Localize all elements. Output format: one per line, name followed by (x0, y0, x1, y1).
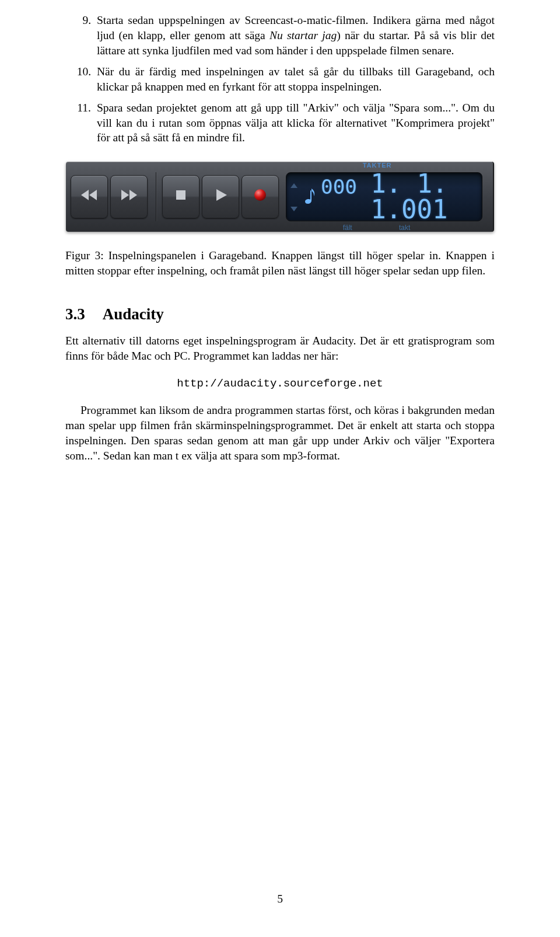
download-url: http://audacity.sourceforge.net (65, 377, 495, 391)
record-icon (251, 186, 269, 208)
music-note-icon (303, 175, 316, 218)
list-item: 11. Spara sedan projektet genom att gå u… (65, 100, 495, 146)
paragraph: Programmet kan liksom de andra programme… (65, 403, 495, 464)
stop-icon (172, 186, 190, 208)
svg-marker-1 (81, 190, 89, 200)
list-text: Spara sedan projektet genom att gå upp t… (97, 100, 495, 146)
svg-marker-2 (121, 190, 129, 200)
subsection-number: 3.3 (65, 304, 85, 325)
figure-garageband-panel: TAKTER 000 1. 1. 1.001 fält takt (65, 162, 495, 232)
ordered-list: 9. Starta sedan uppspelningen av Screenc… (65, 13, 495, 145)
transport-panel: TAKTER 000 1. 1. 1.001 fält takt (66, 162, 494, 232)
lcd-display: TAKTER 000 1. 1. 1.001 fält takt (286, 172, 482, 221)
lcd-footer: fält takt (321, 224, 476, 233)
figure-caption: Figur 3: Inspelningspanelen i Garageband… (65, 248, 495, 278)
lcd-footer-right: takt (374, 224, 435, 233)
paragraph: Ett alternativ till datorns eget inspeln… (65, 333, 495, 364)
chevron-up-icon (290, 177, 298, 193)
list-item: 9. Starta sedan uppspelningen av Screenc… (65, 13, 495, 58)
transport-buttons (66, 162, 281, 232)
rewind-icon (80, 186, 98, 208)
lcd-footer-left: fält (321, 224, 374, 233)
button-separator (156, 172, 156, 221)
rewind-button[interactable] (71, 175, 108, 218)
lcd-content: TAKTER 000 1. 1. 1.001 fält takt (303, 175, 476, 218)
list-text: Starta sedan uppspelningen av Screencast… (97, 13, 495, 58)
lcd-main-counter: 1. 1. 1.001 (370, 171, 476, 222)
stop-button[interactable] (162, 175, 200, 218)
lcd-field-counter: 000 (321, 176, 357, 196)
svg-marker-7 (290, 183, 298, 188)
list-number: 9. (65, 13, 97, 58)
lcd-spinners[interactable] (289, 175, 300, 218)
subsection-heading: 3.3 Audacity (65, 304, 495, 325)
svg-marker-8 (290, 207, 298, 211)
play-button[interactable] (202, 175, 239, 218)
list-number: 11. (65, 100, 97, 146)
lcd-readout: TAKTER 000 1. 1. 1.001 fält takt (321, 175, 476, 218)
list-number: 10. (65, 64, 97, 95)
play-icon (212, 186, 229, 208)
record-button[interactable] (242, 175, 279, 218)
list-text: När du är färdig med inspelningen av tal… (97, 64, 495, 95)
list-item: 10. När du är färdig med inspelningen av… (65, 64, 495, 95)
svg-marker-5 (216, 189, 227, 201)
subsection-title: Audacity (103, 304, 164, 325)
text-emphasis: Nu startar jag (270, 29, 337, 41)
svg-rect-4 (176, 190, 186, 200)
svg-marker-0 (89, 190, 97, 200)
lcd-digits: 000 1. 1. 1.001 (321, 171, 476, 222)
svg-marker-3 (130, 190, 137, 200)
fast-forward-button[interactable] (110, 175, 148, 218)
chevron-down-icon (290, 201, 298, 216)
svg-point-6 (254, 189, 266, 201)
page-number: 5 (0, 891, 560, 907)
fast-forward-icon (120, 186, 138, 208)
